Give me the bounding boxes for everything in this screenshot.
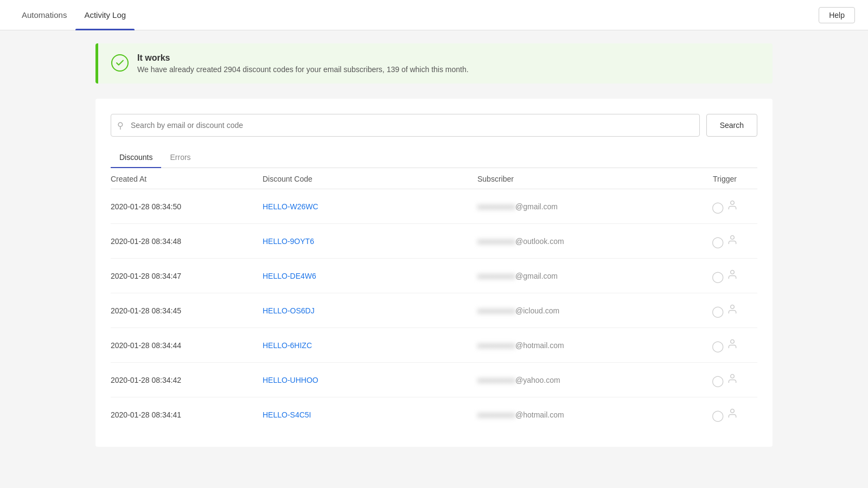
svg-point-0: [730, 201, 734, 205]
cell-created-at: 2020-01-28 08:34:42: [111, 376, 263, 384]
cell-discount-code[interactable]: HELLO-UHHOO: [263, 376, 477, 384]
search-icon: ⚲: [117, 120, 124, 131]
subscriber-domain: @yahoo.com: [515, 376, 560, 384]
table-body: 2020-01-28 08:34:50 HELLO-W26WC xxxxxxxx…: [111, 189, 757, 432]
person-icon: ◯: [712, 303, 738, 318]
cell-trigger: ◯: [692, 373, 757, 387]
success-banner: It works We have already created 2904 di…: [95, 43, 773, 84]
banner-body: We have already created 2904 discount co…: [137, 65, 469, 74]
svg-point-1: [730, 236, 734, 240]
cell-discount-code[interactable]: HELLO-6HIZC: [263, 341, 477, 350]
subscriber-prefix: xxxxxxxxxx: [477, 237, 515, 246]
cell-created-at: 2020-01-28 08:34:44: [111, 341, 263, 350]
col-created-at: Created At: [111, 175, 263, 183]
person-icon: ◯: [712, 373, 738, 387]
search-button[interactable]: Search: [706, 114, 757, 137]
table-row: 2020-01-28 08:34:50 HELLO-W26WC xxxxxxxx…: [111, 189, 757, 224]
cell-trigger: ◯: [692, 407, 757, 422]
cell-discount-code[interactable]: HELLO-DE4W6: [263, 272, 477, 280]
subscriber-prefix: xxxxxxxxxx: [477, 272, 515, 280]
table-row: 2020-01-28 08:34:44 HELLO-6HIZC xxxxxxxx…: [111, 328, 757, 363]
top-nav: Automations Activity Log Help: [0, 0, 868, 30]
subscriber-prefix: xxxxxxxxxx: [477, 376, 515, 384]
person-icon: ◯: [712, 199, 738, 214]
main-panel: ⚲ Search Discounts Errors Created At Dis…: [95, 99, 773, 447]
tabs: Discounts Errors: [111, 147, 757, 168]
banner-text: It works We have already created 2904 di…: [137, 53, 469, 74]
cell-created-at: 2020-01-28 08:34:47: [111, 272, 263, 280]
nav-item-activity-log[interactable]: Activity Log: [75, 0, 135, 30]
cell-created-at: 2020-01-28 08:34:45: [111, 306, 263, 315]
tab-errors[interactable]: Errors: [161, 147, 199, 168]
subscriber-prefix: xxxxxxxxxx: [477, 410, 515, 419]
svg-point-6: [730, 409, 734, 413]
table-row: 2020-01-28 08:34:41 HELLO-S4C5I xxxxxxxx…: [111, 397, 757, 432]
svg-point-5: [730, 375, 734, 378]
nav-item-automations[interactable]: Automations: [13, 0, 75, 30]
subscriber-domain: @gmail.com: [515, 202, 558, 211]
cell-subscriber: xxxxxxxxxx@outlook.com: [477, 237, 692, 246]
col-subscriber: Subscriber: [477, 175, 692, 183]
cell-trigger: ◯: [692, 303, 757, 318]
svg-point-3: [730, 305, 734, 309]
person-icon: ◯: [712, 234, 738, 248]
table-row: 2020-01-28 08:34:48 HELLO-9OYT6 xxxxxxxx…: [111, 224, 757, 259]
table-header: Created At Discount Code Subscriber Trig…: [111, 168, 757, 189]
table-row: 2020-01-28 08:34:47 HELLO-DE4W6 xxxxxxxx…: [111, 259, 757, 293]
person-icon: ◯: [712, 407, 738, 422]
cell-subscriber: xxxxxxxxxx@gmail.com: [477, 202, 692, 211]
table-row: 2020-01-28 08:34:45 HELLO-OS6DJ xxxxxxxx…: [111, 293, 757, 328]
subscriber-domain: @outlook.com: [515, 237, 564, 246]
help-button[interactable]: Help: [819, 7, 855, 23]
subscriber-prefix: xxxxxxxxxx: [477, 202, 515, 211]
cell-created-at: 2020-01-28 08:34:41: [111, 410, 263, 419]
search-input[interactable]: [111, 114, 700, 137]
search-row: ⚲ Search: [111, 114, 757, 137]
banner-title: It works: [137, 53, 469, 63]
cell-subscriber: xxxxxxxxxx@hotmail.com: [477, 341, 692, 350]
subscriber-domain: @icloud.com: [515, 306, 559, 315]
cell-discount-code[interactable]: HELLO-9OYT6: [263, 237, 477, 246]
svg-point-4: [730, 340, 734, 344]
cell-trigger: ◯: [692, 338, 757, 352]
cell-subscriber: xxxxxxxxxx@gmail.com: [477, 272, 692, 280]
cell-created-at: 2020-01-28 08:34:50: [111, 202, 263, 211]
table-row: 2020-01-28 08:34:42 HELLO-UHHOO xxxxxxxx…: [111, 363, 757, 397]
discounts-table: Created At Discount Code Subscriber Trig…: [111, 168, 757, 432]
col-trigger: Trigger: [692, 175, 757, 183]
subscriber-prefix: xxxxxxxxxx: [477, 341, 515, 350]
cell-subscriber: xxxxxxxxxx@icloud.com: [477, 306, 692, 315]
page-content: It works We have already created 2904 di…: [82, 30, 786, 460]
cell-trigger: ◯: [692, 234, 757, 248]
col-discount-code: Discount Code: [263, 175, 477, 183]
cell-created-at: 2020-01-28 08:34:48: [111, 237, 263, 246]
subscriber-domain: @gmail.com: [515, 272, 558, 280]
svg-point-2: [730, 271, 734, 274]
cell-discount-code[interactable]: HELLO-OS6DJ: [263, 306, 477, 315]
cell-subscriber: xxxxxxxxxx@hotmail.com: [477, 410, 692, 419]
subscriber-prefix: xxxxxxxxxx: [477, 306, 515, 315]
subscriber-domain: @hotmail.com: [515, 341, 564, 350]
tab-discounts[interactable]: Discounts: [111, 147, 161, 168]
search-input-wrap: ⚲: [111, 114, 700, 137]
person-icon: ◯: [712, 268, 738, 283]
cell-subscriber: xxxxxxxxxx@yahoo.com: [477, 376, 692, 384]
cell-discount-code[interactable]: HELLO-W26WC: [263, 202, 477, 211]
person-icon: ◯: [712, 338, 738, 352]
success-icon: [111, 54, 129, 72]
subscriber-domain: @hotmail.com: [515, 410, 564, 419]
cell-discount-code[interactable]: HELLO-S4C5I: [263, 410, 477, 419]
cell-trigger: ◯: [692, 199, 757, 214]
cell-trigger: ◯: [692, 268, 757, 283]
